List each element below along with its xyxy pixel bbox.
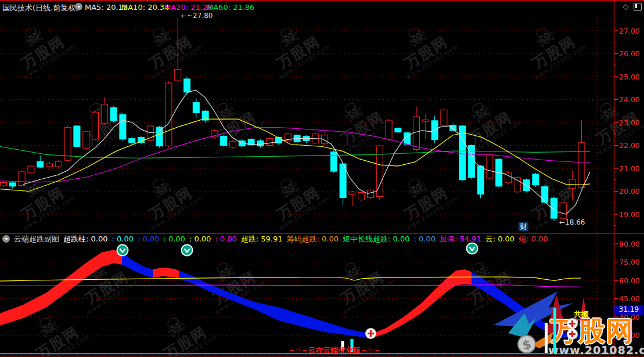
- indicator-axis-label: 15.00: [619, 331, 643, 340]
- oversold-ribbon-segment: [122, 253, 153, 278]
- indicator-title: 云端超跌副图: [14, 234, 59, 244]
- indicator-axis-label: 45.00: [619, 294, 643, 303]
- indicator-axis-label: 75.00: [619, 258, 643, 266]
- price-axis-label: 22.00: [619, 141, 643, 150]
- low-price-annotation: ←18.66: [559, 218, 585, 226]
- header-value: : 0.00: [215, 235, 236, 243]
- green-signal-icon: [182, 245, 193, 256]
- header-value-fantan: 反弹: 54.91: [440, 234, 481, 244]
- footer-brand-text: ~☆~云在云端优化版~☆~: [289, 345, 380, 356]
- header-value-duan: 端: 0.00: [519, 234, 548, 244]
- price-axis-label: 27.00: [619, 27, 643, 35]
- ma20-value: MA20: 21.26: [164, 3, 212, 12]
- price-axis-label: 26.00: [619, 49, 643, 58]
- green-signal-icon: [117, 245, 128, 256]
- ma5-line: [23, 90, 590, 214]
- header-value: : 0.00: [189, 235, 211, 243]
- diamond-icon[interactable]: ◇: [623, 2, 629, 11]
- indicator-value-badge: 31.19: [614, 305, 643, 315]
- indicator-axis-label: 90.00: [619, 240, 643, 248]
- chevron-circle-icon[interactable]: [2, 235, 10, 243]
- green-signal-icon: [467, 243, 478, 254]
- header-value: : 0.00: [163, 235, 185, 243]
- panel-layout-icon[interactable]: [634, 3, 642, 11]
- ma10-value: MA10: 20.34: [121, 3, 169, 12]
- price-axis-label: 23.00: [619, 118, 643, 127]
- header-value: 超跌柱: 0.00: [63, 234, 107, 244]
- indicator-axis-label: 60.00: [619, 276, 643, 285]
- stock-chart-window: ☠万股网www.201082.com☠万股网www.201082.com☠万股网…: [0, 0, 644, 357]
- resonance-underline: [575, 319, 590, 320]
- oversold-ribbon-segment: [373, 269, 472, 338]
- title-bar: 国民技术(日线.前复权) MA5: 20.15 MA10: 20.34 MA20…: [0, 0, 644, 15]
- cai-badge: 财: [519, 222, 528, 231]
- indicator-header: 云端超跌副图 超跌柱: 0.00 : 0.00 : 0.00 : 0.00 : …: [0, 234, 616, 244]
- header-value: : 0.00: [413, 235, 435, 243]
- price-axis-label: 20.00: [619, 187, 643, 196]
- header-value-yun: 云: 0.00: [485, 234, 515, 244]
- price-axis-label: 21.00: [619, 164, 643, 173]
- oversold-ribbon-segment: [0, 250, 122, 326]
- symbol-title: 国民技术(日线.前复权): [2, 3, 78, 13]
- price-axis-label: 25.00: [619, 73, 643, 81]
- oversold-ribbon-segment: [472, 272, 581, 338]
- header-value-duanzhongchang: 短中长线超跌: 0.00: [343, 234, 409, 244]
- chart-canvas: [0, 0, 644, 357]
- oversold-ribbon-segment: [153, 268, 179, 279]
- price-axis-label: 24.00: [619, 95, 643, 104]
- header-value: : 0.00: [138, 235, 159, 243]
- high-price-annotation: ←~27.80: [181, 12, 213, 20]
- chevron-circle-icon[interactable]: [75, 3, 82, 10]
- header-value-chaodie: 超跌: 59.91: [241, 234, 283, 244]
- price-axis-label: 19.00: [619, 210, 643, 219]
- ma60-value: MA60: 21.86: [207, 3, 254, 12]
- header-value-chouma: 筹码超跌: 0.00: [287, 234, 339, 244]
- header-value: : 0.00: [111, 235, 133, 243]
- resonance-label: 共振: [574, 309, 589, 320]
- oversold-ribbon-segment: [179, 271, 373, 338]
